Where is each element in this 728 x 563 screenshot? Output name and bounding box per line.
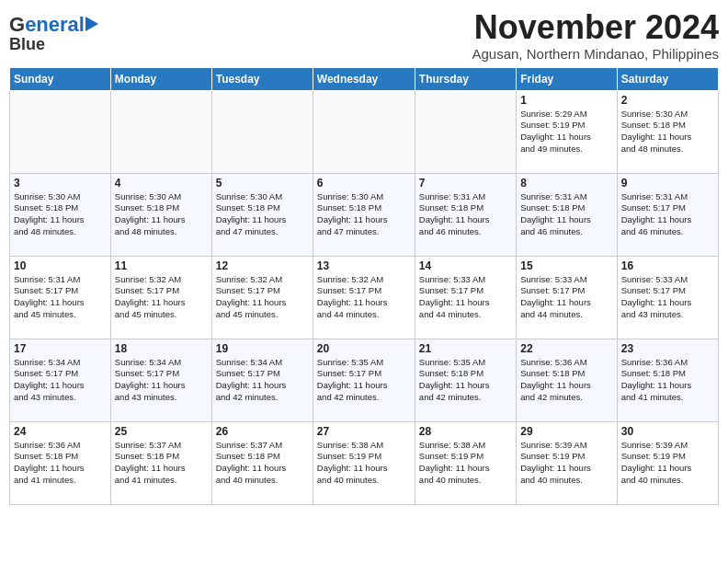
day-info: Sunrise: 5:34 AMSunset: 5:17 PMDaylight:…: [14, 357, 107, 404]
week-row-2: 3Sunrise: 5:30 AMSunset: 5:18 PMDaylight…: [10, 173, 719, 256]
calendar-cell: 27Sunrise: 5:38 AMSunset: 5:19 PMDayligh…: [313, 421, 415, 504]
day-info: Sunrise: 5:34 AMSunset: 5:17 PMDaylight:…: [115, 357, 208, 404]
calendar-cell: 15Sunrise: 5:33 AMSunset: 5:17 PMDayligh…: [517, 256, 617, 339]
day-info: Sunrise: 5:39 AMSunset: 5:19 PMDaylight:…: [621, 440, 714, 487]
day-number: 23: [621, 342, 714, 355]
day-info: Sunrise: 5:30 AMSunset: 5:18 PMDaylight:…: [621, 109, 714, 155]
month-title: November 2024: [472, 9, 720, 46]
day-number: 15: [520, 259, 612, 272]
day-number: 20: [317, 342, 411, 355]
week-row-3: 10Sunrise: 5:31 AMSunset: 5:17 PMDayligh…: [10, 256, 719, 339]
day-number: 8: [520, 177, 612, 190]
day-info: Sunrise: 5:36 AMSunset: 5:18 PMDaylight:…: [520, 357, 612, 404]
calendar-cell: 30Sunrise: 5:39 AMSunset: 5:19 PMDayligh…: [617, 421, 718, 504]
calendar-cell: [10, 90, 111, 173]
weekday-header-wednesday: Wednesday: [313, 67, 415, 90]
day-number: 6: [317, 177, 411, 190]
day-number: 29: [520, 425, 612, 438]
calendar-cell: 28Sunrise: 5:38 AMSunset: 5:19 PMDayligh…: [415, 421, 516, 504]
day-number: 16: [621, 259, 714, 272]
location-subtitle: Agusan, Northern Mindanao, Philippines: [472, 46, 720, 62]
calendar-cell: [110, 90, 211, 173]
day-info: Sunrise: 5:32 AMSunset: 5:17 PMDaylight:…: [317, 274, 411, 321]
day-number: 27: [317, 425, 411, 438]
day-number: 25: [115, 425, 208, 438]
weekday-header-thursday: Thursday: [415, 67, 516, 90]
calendar-cell: 13Sunrise: 5:32 AMSunset: 5:17 PMDayligh…: [313, 256, 415, 339]
calendar-cell: 1Sunrise: 5:29 AMSunset: 5:19 PMDaylight…: [517, 90, 617, 173]
day-number: 10: [14, 259, 107, 272]
day-info: Sunrise: 5:30 AMSunset: 5:18 PMDaylight:…: [14, 191, 107, 238]
calendar-cell: 8Sunrise: 5:31 AMSunset: 5:18 PMDaylight…: [517, 173, 617, 256]
week-row-4: 17Sunrise: 5:34 AMSunset: 5:17 PMDayligh…: [10, 339, 719, 421]
day-number: 2: [621, 94, 714, 107]
calendar-cell: 24Sunrise: 5:36 AMSunset: 5:18 PMDayligh…: [10, 421, 111, 504]
day-info: Sunrise: 5:31 AMSunset: 5:17 PMDaylight:…: [14, 274, 107, 321]
calendar-cell: [415, 90, 516, 173]
day-info: Sunrise: 5:29 AMSunset: 5:19 PMDaylight:…: [520, 109, 612, 155]
day-number: 30: [621, 425, 714, 438]
day-info: Sunrise: 5:30 AMSunset: 5:18 PMDaylight:…: [216, 191, 309, 238]
day-number: 9: [621, 177, 714, 190]
day-number: 11: [115, 259, 208, 272]
day-number: 12: [216, 259, 309, 272]
day-info: Sunrise: 5:37 AMSunset: 5:18 PMDaylight:…: [115, 440, 208, 487]
day-number: 17: [14, 342, 107, 355]
day-info: Sunrise: 5:36 AMSunset: 5:18 PMDaylight:…: [14, 440, 107, 487]
day-number: 7: [419, 177, 512, 190]
calendar-cell: 19Sunrise: 5:34 AMSunset: 5:17 PMDayligh…: [211, 339, 313, 421]
day-info: Sunrise: 5:35 AMSunset: 5:18 PMDaylight:…: [419, 357, 512, 404]
calendar-cell: 12Sunrise: 5:32 AMSunset: 5:17 PMDayligh…: [211, 256, 313, 339]
day-info: Sunrise: 5:33 AMSunset: 5:17 PMDaylight:…: [621, 274, 714, 321]
logo-eneral: eneral: [25, 13, 85, 37]
day-number: 5: [216, 177, 309, 190]
day-info: Sunrise: 5:31 AMSunset: 5:18 PMDaylight:…: [419, 191, 512, 238]
calendar-cell: [211, 90, 313, 173]
day-number: 28: [419, 425, 512, 438]
weekday-header-tuesday: Tuesday: [211, 67, 313, 90]
calendar-header: SundayMondayTuesdayWednesdayThursdayFrid…: [10, 67, 719, 90]
calendar-cell: 16Sunrise: 5:33 AMSunset: 5:17 PMDayligh…: [617, 256, 718, 339]
day-number: 22: [520, 342, 612, 355]
weekday-header-monday: Monday: [110, 67, 211, 90]
calendar-cell: 20Sunrise: 5:35 AMSunset: 5:17 PMDayligh…: [313, 339, 415, 421]
calendar-table: SundayMondayTuesdayWednesdayThursdayFrid…: [9, 67, 719, 505]
calendar-cell: 9Sunrise: 5:31 AMSunset: 5:17 PMDaylight…: [617, 173, 718, 256]
page-header: G eneral Blue November 2024 Agusan, Nort…: [9, 9, 719, 62]
day-number: 3: [14, 177, 107, 190]
calendar-cell: 18Sunrise: 5:34 AMSunset: 5:17 PMDayligh…: [110, 339, 211, 421]
day-info: Sunrise: 5:34 AMSunset: 5:17 PMDaylight:…: [216, 357, 309, 404]
day-info: Sunrise: 5:32 AMSunset: 5:17 PMDaylight:…: [216, 274, 309, 321]
day-info: Sunrise: 5:31 AMSunset: 5:18 PMDaylight:…: [520, 191, 612, 238]
week-row-5: 24Sunrise: 5:36 AMSunset: 5:18 PMDayligh…: [10, 421, 719, 504]
calendar-cell: 6Sunrise: 5:30 AMSunset: 5:18 PMDaylight…: [313, 173, 415, 256]
calendar-cell: 11Sunrise: 5:32 AMSunset: 5:17 PMDayligh…: [110, 256, 211, 339]
weekday-header-friday: Friday: [517, 67, 617, 90]
day-info: Sunrise: 5:39 AMSunset: 5:19 PMDaylight:…: [520, 440, 612, 487]
calendar-cell: 23Sunrise: 5:36 AMSunset: 5:18 PMDayligh…: [617, 339, 718, 421]
calendar-cell: 29Sunrise: 5:39 AMSunset: 5:19 PMDayligh…: [517, 421, 617, 504]
day-info: Sunrise: 5:30 AMSunset: 5:18 PMDaylight:…: [317, 191, 411, 238]
title-area: November 2024 Agusan, Northern Mindanao,…: [472, 9, 720, 62]
day-number: 18: [115, 342, 208, 355]
calendar-cell: 5Sunrise: 5:30 AMSunset: 5:18 PMDaylight…: [211, 173, 313, 256]
day-info: Sunrise: 5:32 AMSunset: 5:17 PMDaylight:…: [115, 274, 208, 321]
logo-arrow-icon: [85, 17, 98, 31]
day-info: Sunrise: 5:33 AMSunset: 5:17 PMDaylight:…: [520, 274, 612, 321]
weekday-header-saturday: Saturday: [617, 67, 718, 90]
day-number: 14: [419, 259, 512, 272]
calendar-cell: 21Sunrise: 5:35 AMSunset: 5:18 PMDayligh…: [415, 339, 516, 421]
calendar-cell: 2Sunrise: 5:30 AMSunset: 5:18 PMDaylight…: [617, 90, 718, 173]
day-number: 24: [14, 425, 107, 438]
weekday-row: SundayMondayTuesdayWednesdayThursdayFrid…: [10, 67, 719, 90]
weekday-header-sunday: Sunday: [10, 67, 111, 90]
day-number: 19: [216, 342, 309, 355]
day-info: Sunrise: 5:37 AMSunset: 5:18 PMDaylight:…: [216, 440, 309, 487]
day-number: 4: [115, 177, 208, 190]
day-info: Sunrise: 5:35 AMSunset: 5:17 PMDaylight:…: [317, 357, 411, 404]
calendar-cell: 17Sunrise: 5:34 AMSunset: 5:17 PMDayligh…: [10, 339, 111, 421]
calendar-cell: 10Sunrise: 5:31 AMSunset: 5:17 PMDayligh…: [10, 256, 111, 339]
calendar-cell: 22Sunrise: 5:36 AMSunset: 5:18 PMDayligh…: [517, 339, 617, 421]
calendar-cell: 4Sunrise: 5:30 AMSunset: 5:18 PMDaylight…: [110, 173, 211, 256]
day-number: 1: [520, 94, 612, 107]
